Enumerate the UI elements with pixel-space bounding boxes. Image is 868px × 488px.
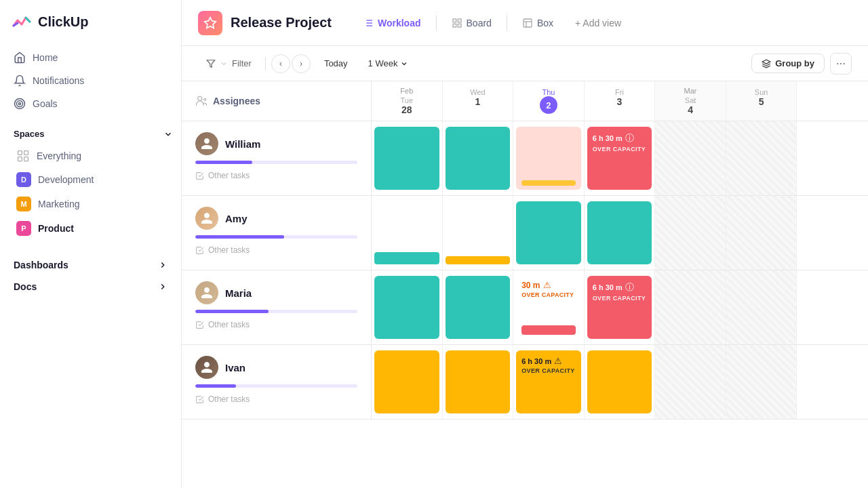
- cell-maria-fri3: 6 h 30 m ⓘ OVER CAPACITY: [585, 270, 656, 344]
- space-badge-development: D: [16, 172, 31, 187]
- svg-marker-7: [205, 17, 216, 28]
- chevron-down-filter-icon: [220, 60, 228, 68]
- date-col-feb28: Feb Tue 28: [372, 81, 443, 121]
- cell-amy-thu2: [513, 196, 585, 270]
- other-tasks-william[interactable]: Other tasks: [195, 169, 357, 180]
- assignee-info-maria: Maria Other tasks: [182, 270, 372, 344]
- sidebar-item-home[interactable]: Home: [5, 46, 176, 69]
- svg-point-1: [17, 101, 23, 107]
- progress-bar-maria: [195, 310, 357, 313]
- space-badge-marketing: M: [16, 197, 31, 211]
- logo-text: ClickUp: [38, 14, 88, 30]
- assignee-row-william: William Other tasks: [182, 121, 868, 196]
- task-cells-ivan: 6 h 30 m ⚠ OVER CAPACITY: [372, 345, 868, 419]
- cell-william-sat: [655, 121, 726, 195]
- tab-divider-1: [436, 15, 437, 31]
- main-nav: Home Notifications Goals: [0, 46, 181, 115]
- date-col-fri3: Fri 3: [585, 81, 656, 121]
- sidebar-item-docs[interactable]: Docs: [5, 276, 176, 298]
- date-col-wed1: Wed 1: [443, 81, 514, 121]
- cell-william-sun: [726, 121, 797, 195]
- filter-button[interactable]: Filter: [198, 54, 260, 73]
- svg-rect-17: [453, 24, 456, 27]
- date-nav-arrows: ‹ ›: [271, 54, 311, 73]
- today-button[interactable]: Today: [316, 55, 356, 72]
- task-cells-amy: [372, 196, 868, 270]
- home-icon: [14, 52, 26, 64]
- cell-maria-tue28: [372, 270, 443, 344]
- cell-william-wed1: [443, 121, 514, 195]
- svg-point-2: [19, 103, 21, 105]
- date-col-thu2: Thu 2: [513, 81, 585, 121]
- toolbar: Filter ‹ › Today 1 Week Group by: [182, 46, 868, 81]
- sidebar-item-goals[interactable]: Goals: [5, 92, 176, 115]
- sidebar-item-product[interactable]: P Product: [11, 216, 176, 241]
- grid-icon: [16, 149, 30, 163]
- add-view-button[interactable]: + Add view: [566, 14, 631, 33]
- more-options-button[interactable]: [830, 53, 852, 75]
- svg-rect-5: [18, 157, 22, 161]
- tab-workload[interactable]: Workload: [353, 14, 431, 33]
- sidebar-item-development[interactable]: D Development: [11, 167, 176, 192]
- svg-rect-3: [18, 151, 22, 155]
- date-col-sun5: Sun 5: [726, 81, 797, 121]
- next-arrow-button[interactable]: ›: [292, 54, 311, 73]
- sidebar-item-notifications[interactable]: Notifications: [5, 69, 176, 92]
- tasks-icon-ivan: [195, 395, 204, 404]
- project-icon: [198, 11, 222, 35]
- avatar-william: [195, 132, 218, 155]
- group-by-button[interactable]: Group by: [751, 54, 825, 73]
- other-tasks-ivan[interactable]: Other tasks: [195, 393, 357, 404]
- tab-box[interactable]: Box: [513, 14, 563, 33]
- other-tasks-amy[interactable]: Other tasks: [195, 244, 357, 255]
- task-cells-maria: 30 m ⚠ OVER CAPACITY 6 h 30 m: [372, 270, 868, 344]
- cell-ivan-sat: [655, 345, 726, 419]
- person-icon-amy: [200, 211, 214, 225]
- assignee-row-amy: Amy Other tasks: [182, 196, 868, 270]
- sidebar-item-everything[interactable]: Everything: [11, 144, 176, 167]
- bell-icon: [14, 75, 26, 87]
- cell-william-tue28: [372, 121, 443, 195]
- assignees-icon: [195, 95, 208, 107]
- prev-arrow-button[interactable]: ‹: [271, 54, 290, 73]
- svg-point-23: [837, 63, 838, 64]
- cell-amy-fri3: [585, 196, 656, 270]
- spaces-section: Spaces Everything D Development M Market…: [0, 115, 181, 243]
- avatar-amy: [195, 207, 218, 230]
- week-selector[interactable]: 1 Week: [361, 55, 416, 72]
- project-icon-svg: [203, 16, 217, 30]
- sidebar-item-notifications-label: Notifications: [33, 75, 84, 86]
- avatar-maria: [195, 281, 218, 304]
- other-tasks-maria[interactable]: Other tasks: [195, 319, 357, 329]
- chevron-right-icon: [158, 260, 167, 270]
- person-icon-maria: [200, 286, 214, 300]
- svg-rect-14: [453, 19, 456, 22]
- spaces-header[interactable]: Spaces: [11, 126, 176, 144]
- date-col-sat4: Mar Sat 4: [655, 81, 726, 121]
- main-content: Release Project Workload Board: [182, 0, 868, 488]
- cell-amy-tue28: [372, 196, 443, 270]
- svg-marker-22: [762, 60, 770, 64]
- sidebar-item-dashboards[interactable]: Dashboards: [5, 254, 176, 276]
- view-tabs: Workload Board Box + Add view: [353, 14, 631, 33]
- cell-william-thu2: [513, 121, 585, 195]
- layers-icon: [762, 59, 771, 68]
- tasks-icon: [195, 171, 204, 180]
- target-icon: [14, 98, 26, 110]
- svg-rect-16: [458, 24, 461, 27]
- tasks-icon-amy: [195, 246, 204, 255]
- space-badge-product: P: [16, 221, 31, 236]
- svg-rect-18: [524, 19, 532, 27]
- tab-board[interactable]: Board: [442, 14, 501, 33]
- svg-rect-15: [458, 19, 461, 22]
- sidebar-item-marketing[interactable]: M Marketing: [11, 192, 176, 216]
- logo[interactable]: ClickUp: [0, 11, 181, 46]
- toolbar-divider-1: [265, 57, 266, 70]
- svg-point-27: [204, 98, 206, 100]
- task-cells-william: 6 h 30 m ⓘ OVER CAPACITY: [372, 121, 868, 195]
- sidebar: ClickUp Home Notifications Goals Spaces …: [0, 0, 182, 488]
- assignee-info-amy: Amy Other tasks: [182, 196, 372, 270]
- cell-ivan-wed1: [443, 345, 514, 419]
- assignee-row-ivan: Ivan Other tasks: [182, 345, 868, 420]
- filter-icon: [206, 59, 216, 68]
